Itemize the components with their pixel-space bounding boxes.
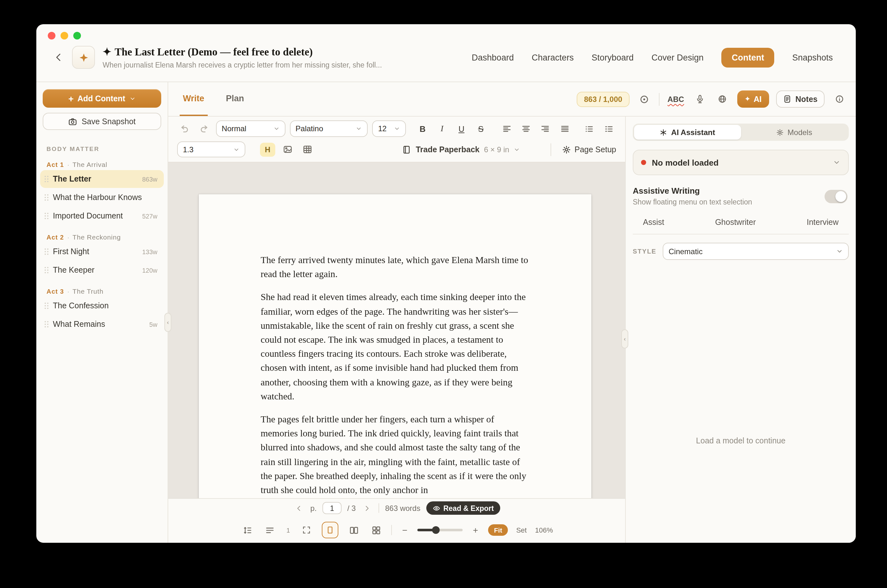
view-bar: 1 — [168, 517, 625, 543]
chevron-down-icon — [356, 126, 362, 132]
insert-image-icon[interactable] — [280, 142, 295, 157]
editor-page-text[interactable]: The ferry arrived twenty minutes late, w… — [199, 194, 591, 497]
nav-snapshots[interactable]: Snapshots — [792, 52, 833, 62]
zoom-window-button[interactable] — [73, 32, 81, 39]
bullet-list-icon[interactable] — [582, 121, 597, 136]
word-budget-badge[interactable]: 863 / 1,000 — [577, 92, 629, 107]
strikethrough-button[interactable]: S — [473, 121, 488, 136]
chevron-down-icon — [833, 159, 840, 166]
dictation-mic-icon[interactable] — [692, 92, 708, 107]
numbered-list-icon[interactable] — [601, 121, 616, 136]
sidebar-item-harbour[interactable]: What the Harbour Knows — [40, 189, 164, 206]
sidebar-item-the-letter[interactable]: The Letter 863w — [40, 170, 164, 188]
set-zoom-button[interactable]: Set — [516, 526, 527, 534]
sidebar: + Add Content Save Snapshot BODY MATTER … — [36, 82, 168, 543]
assistive-writing-toggle[interactable] — [824, 190, 848, 203]
fit-button[interactable]: Fit — [488, 524, 508, 536]
fullscreen-icon[interactable] — [300, 523, 314, 537]
add-content-button[interactable]: + Add Content — [43, 89, 161, 108]
line-spacing-select[interactable]: 1.3 — [177, 141, 245, 158]
tab-plan[interactable]: Plan — [223, 82, 247, 116]
nav-dashboard[interactable]: Dashboard — [472, 52, 514, 62]
read-export-button[interactable]: Read & Export — [426, 501, 500, 515]
page-setup-button[interactable]: Page Setup — [562, 145, 616, 154]
drag-handle-icon[interactable] — [45, 249, 48, 255]
sidebar-item-imported-document[interactable]: Imported Document 527w — [40, 207, 164, 225]
line-height-icon[interactable] — [240, 523, 255, 537]
focus-target-icon[interactable] — [636, 92, 651, 107]
style-select[interactable]: Cinematic — [663, 243, 849, 260]
notes-button[interactable]: Notes — [776, 90, 824, 108]
zoom-out-button[interactable]: − — [401, 525, 410, 535]
grid-view-button[interactable] — [369, 523, 383, 537]
tab-ai-assistant[interactable]: AI Assistant — [634, 125, 741, 140]
tab-write[interactable]: Write — [180, 82, 207, 116]
ai-button[interactable]: ✦ AI — [737, 90, 769, 108]
highlight-button[interactable]: H — [260, 142, 275, 156]
drag-handle-icon[interactable] — [45, 176, 48, 182]
asterisk-icon — [660, 128, 668, 136]
paragraph-view-icon[interactable] — [263, 523, 277, 537]
panel-collapse-handle[interactable]: ‹ — [621, 329, 628, 348]
language-globe-icon[interactable] — [714, 92, 730, 107]
nav-storyboard[interactable]: Storyboard — [592, 52, 634, 62]
project-subtitle: When journalist Elena Marsh receives a c… — [103, 61, 382, 69]
page-label: p. — [310, 504, 317, 513]
sidebar-item-first-night[interactable]: First Night 133w — [40, 243, 164, 261]
info-icon[interactable] — [831, 92, 847, 107]
previous-page-icon[interactable] — [293, 502, 305, 514]
word-count: 863 words — [385, 504, 420, 513]
nav-cover-design[interactable]: Cover Design — [651, 52, 704, 62]
back-button[interactable] — [50, 49, 67, 66]
redo-icon[interactable] — [197, 121, 212, 136]
align-justify-icon[interactable] — [557, 121, 572, 136]
bold-button[interactable]: B — [415, 121, 430, 136]
paragraph-style-select[interactable]: Normal — [216, 120, 285, 137]
sidebar-collapse-handle[interactable]: ‹ — [164, 313, 171, 332]
tab-assist[interactable]: Assist — [643, 218, 664, 227]
next-page-icon[interactable] — [362, 502, 373, 514]
tab-ghostwriter[interactable]: Ghostwriter — [715, 218, 756, 227]
app-header: ✦The Last Letter (Demo — feel free to de… — [36, 24, 856, 82]
two-page-view-button[interactable] — [347, 523, 361, 537]
align-right-icon[interactable] — [538, 121, 553, 136]
assistive-writing-subtitle: Show floating menu on text selection — [633, 198, 819, 206]
underline-button[interactable]: U — [454, 121, 469, 136]
sidebar-item-the-confession[interactable]: The Confession — [40, 297, 164, 315]
close-window-button[interactable] — [48, 32, 56, 39]
drag-handle-icon[interactable] — [45, 194, 48, 201]
insert-table-icon[interactable] — [300, 142, 315, 157]
sidebar-item-what-remains[interactable]: What Remains 5w — [40, 315, 164, 333]
nav-content[interactable]: Content — [721, 48, 774, 67]
drag-handle-icon[interactable] — [45, 267, 48, 273]
project-icon-button[interactable] — [72, 46, 95, 69]
zoom-percentage: 106% — [535, 526, 553, 534]
undo-icon[interactable] — [177, 121, 192, 136]
sidebar-item-the-keeper[interactable]: The Keeper 120w — [40, 261, 164, 279]
grid-icon — [372, 525, 381, 535]
align-center-icon[interactable] — [519, 121, 534, 136]
zoom-slider-thumb[interactable] — [432, 526, 439, 534]
align-left-icon[interactable] — [499, 121, 514, 136]
drag-handle-icon[interactable] — [45, 303, 48, 309]
two-page-icon — [349, 525, 359, 535]
tab-interview[interactable]: Interview — [807, 218, 839, 227]
minimize-window-button[interactable] — [60, 32, 68, 39]
page-number-input[interactable] — [323, 502, 342, 514]
spellcheck-button[interactable]: ABC — [666, 94, 685, 104]
document-icon — [783, 95, 792, 103]
drag-handle-icon[interactable] — [45, 213, 48, 219]
trim-size-select[interactable]: Trade Paperback 6 × 9 in — [345, 145, 520, 154]
single-page-view-button[interactable] — [322, 522, 339, 538]
drag-handle-icon[interactable] — [45, 321, 48, 327]
zoom-slider[interactable] — [418, 526, 463, 534]
font-family-select[interactable]: Palatino — [290, 120, 368, 137]
chevron-down-icon — [129, 95, 135, 102]
model-status-dropdown[interactable]: No model loaded — [633, 150, 849, 175]
italic-button[interactable]: I — [435, 121, 450, 136]
save-snapshot-button[interactable]: Save Snapshot — [43, 113, 161, 130]
zoom-in-button[interactable]: + — [471, 525, 480, 535]
font-size-select[interactable]: 12 — [372, 120, 405, 137]
tab-models[interactable]: Models — [741, 125, 848, 140]
nav-characters[interactable]: Characters — [532, 52, 574, 62]
